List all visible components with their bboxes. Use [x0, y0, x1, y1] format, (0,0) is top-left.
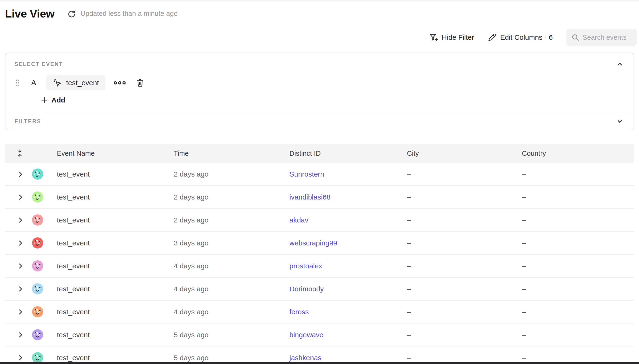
add-event-button[interactable]: Add [41, 96, 71, 104]
table-row[interactable]: test_event 3 days ago webscraping99 – – [5, 232, 634, 255]
delete-event-button[interactable] [136, 78, 144, 87]
drag-handle[interactable] [15, 79, 20, 86]
country-cell: – [522, 262, 634, 270]
event-select-chip[interactable]: test_event [46, 75, 105, 90]
avatar [32, 214, 43, 226]
event-name-cell: test_event [57, 308, 174, 316]
table-row[interactable]: test_event 4 days ago Dorimoody – – [5, 278, 634, 300]
pencil-icon [488, 33, 496, 42]
refresh-icon [67, 10, 76, 18]
filters-label: FILTERS [15, 118, 41, 125]
toolbar: Hide Filter Edit Columns · 6 [429, 29, 637, 46]
city-cell: – [407, 216, 522, 224]
table-row[interactable]: test_event 2 days ago ivandiblasi68 – – [5, 186, 634, 209]
search-icon [571, 33, 579, 42]
expand-row-button[interactable] [5, 194, 32, 201]
column-header-country[interactable]: Country [522, 150, 634, 158]
edit-columns-button[interactable]: Edit Columns · 6 [488, 33, 553, 42]
distinct-id-link[interactable]: Dorimoody [289, 285, 324, 293]
refresh-button[interactable] [67, 9, 76, 18]
distinct-id-link[interactable]: webscraping99 [289, 239, 337, 247]
distinct-id-link[interactable]: prostoalex [289, 262, 322, 270]
select-event-section: SELECT EVENT A [6, 53, 633, 113]
expand-row-button[interactable] [5, 308, 32, 316]
plus-icon [41, 96, 48, 104]
event-name-cell: test_event [57, 239, 174, 247]
column-header-distinct-id[interactable]: Distinct ID [289, 150, 407, 158]
column-header-city[interactable]: City [407, 150, 522, 158]
city-cell: – [407, 354, 522, 362]
city-cell: – [407, 331, 522, 339]
event-name-cell: test_event [57, 170, 174, 178]
table-row[interactable]: test_event 2 days ago akdav – – [5, 209, 634, 232]
table-row[interactable]: test_event 4 days ago prostoalex – – [5, 255, 634, 278]
country-cell: – [522, 354, 634, 362]
updated-status: Updated less than a minute ago [81, 10, 178, 18]
event-name-cell: test_event [57, 331, 174, 339]
query-builder-panel: SELECT EVENT A [5, 52, 634, 130]
table-row[interactable]: test_event 2 days ago Sunrostern – – [5, 163, 634, 186]
chevron-right-icon [17, 194, 24, 201]
expand-filters-button[interactable] [615, 118, 624, 126]
hide-filter-button[interactable]: Hide Filter [429, 33, 474, 42]
avatar [32, 168, 43, 180]
distinct-id-link[interactable]: feross [289, 308, 309, 316]
distinct-id-link[interactable]: ivandiblasi68 [289, 193, 330, 201]
country-cell: – [522, 331, 634, 339]
expand-row-button[interactable] [5, 286, 32, 292]
expand-row-button[interactable] [5, 216, 32, 224]
distinct-id-link[interactable]: jashkenas [289, 354, 321, 362]
distinct-id-link[interactable]: Sunrostern [289, 170, 324, 178]
filters-section[interactable]: FILTERS [6, 113, 633, 130]
country-cell: – [522, 308, 634, 316]
expand-row-button[interactable] [5, 331, 32, 338]
chevron-right-icon [17, 286, 24, 292]
avatar [32, 238, 43, 248]
time-cell: 5 days ago [174, 331, 289, 339]
time-cell: 2 days ago [174, 216, 289, 224]
city-cell: – [407, 170, 522, 178]
trash-icon [136, 78, 144, 87]
page-header: Live View Updated less than a minute ago [5, 7, 177, 20]
more-options-icon [114, 80, 126, 85]
edit-columns-label: Edit Columns · 6 [500, 33, 553, 42]
event-more-options-button[interactable] [114, 80, 126, 85]
avatar [32, 306, 43, 318]
column-header-time[interactable]: Time [174, 150, 289, 158]
city-cell: – [407, 308, 522, 316]
avatar [32, 283, 43, 294]
country-cell: – [522, 193, 634, 201]
time-cell: 3 days ago [174, 239, 289, 247]
expand-row-button[interactable] [5, 354, 32, 362]
expand-row-button[interactable] [5, 171, 32, 178]
search-box[interactable] [566, 29, 637, 46]
expand-row-button[interactable] [5, 262, 32, 270]
collapse-all-button[interactable] [5, 149, 32, 158]
country-cell: – [522, 285, 634, 293]
chevron-right-icon [17, 171, 24, 178]
table-row[interactable]: test_event 4 days ago feross – – [5, 300, 634, 324]
country-cell: – [522, 216, 634, 224]
table-header-row: Event Name Time Distinct ID City Country [5, 144, 634, 163]
expand-row-button[interactable] [5, 240, 32, 246]
search-input[interactable] [583, 34, 630, 42]
drag-handle-icon [15, 79, 20, 86]
event-name-cell: test_event [57, 354, 174, 362]
table-row[interactable]: test_event 5 days ago jashkenas – – [5, 346, 634, 364]
chevron-right-icon [17, 262, 24, 270]
city-cell: – [407, 239, 522, 247]
chevron-right-icon [17, 354, 24, 362]
selected-event-name: test_event [66, 79, 99, 87]
column-header-event-name[interactable]: Event Name [57, 150, 174, 158]
table-body: test_event 2 days ago Sunrostern – – [5, 163, 634, 364]
table-row[interactable]: test_event 5 days ago bingewave – – [5, 324, 634, 346]
time-cell: 2 days ago [174, 193, 289, 201]
filter-plus-icon [429, 33, 438, 42]
chevron-right-icon [17, 240, 24, 246]
event-name-cell: test_event [57, 216, 174, 224]
collapse-section-button[interactable] [615, 60, 624, 68]
distinct-id-link[interactable]: akdav [289, 216, 308, 224]
distinct-id-link[interactable]: bingewave [289, 331, 323, 339]
hide-filter-label: Hide Filter [442, 33, 474, 42]
page-title: Live View [5, 7, 55, 20]
